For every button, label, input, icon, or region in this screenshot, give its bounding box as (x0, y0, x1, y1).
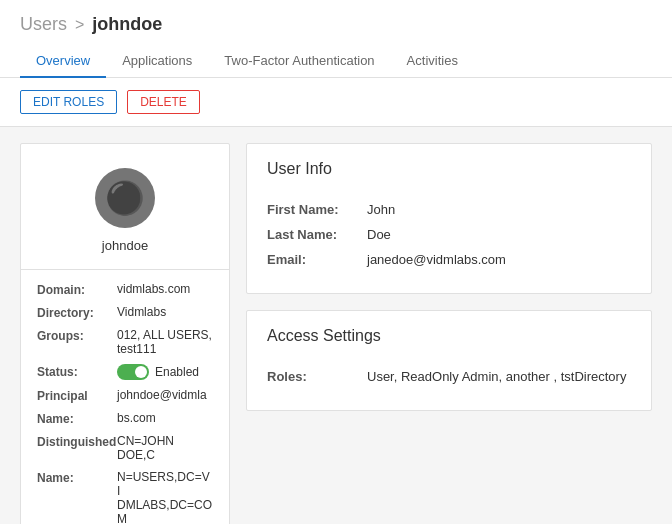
breadcrumb-separator: > (75, 16, 84, 34)
groups-value: 012, ALL USERS, test111 (117, 328, 213, 356)
email-value: janedoe@vidmlabs.com (367, 252, 506, 267)
breadcrumb-current: johndoe (92, 14, 162, 35)
name-label: Name: (37, 411, 117, 426)
principal-row: Principal johndoe@vidmla (37, 388, 213, 403)
toggle-container: Enabled (117, 364, 213, 380)
roles-value: User, ReadOnly Admin, another , tstDirec… (367, 369, 626, 384)
left-panel: ⚫ johndoe Domain: vidmlabs.com Directory… (20, 143, 230, 524)
last-name-label: Last Name: (267, 227, 367, 242)
status-row: Status: Enabled (37, 364, 213, 380)
action-bar: EDIT ROLES DELETE (0, 78, 672, 127)
first-name-value: John (367, 202, 395, 217)
tab-applications[interactable]: Applications (106, 45, 208, 78)
domain-row: Domain: vidmlabs.com (37, 282, 213, 297)
access-settings-title: Access Settings (267, 327, 631, 355)
page-header: Users > johndoe Overview Applications Tw… (0, 0, 672, 78)
tab-overview[interactable]: Overview (20, 45, 106, 78)
delete-button[interactable]: DELETE (127, 90, 200, 114)
principal-value: johndoe@vidmla (117, 388, 213, 402)
name2-value: N=USERS,DC=VI DMLABS,DC=CO M (117, 470, 213, 524)
person-icon: ⚫ (105, 179, 145, 217)
status-toggle[interactable] (117, 364, 149, 380)
toggle-label: Enabled (155, 365, 199, 379)
groups-row: Groups: 012, ALL USERS, test111 (37, 328, 213, 356)
status-value: Enabled (117, 364, 213, 380)
user-info-card: User Info First Name: John Last Name: Do… (246, 143, 652, 294)
edit-roles-button[interactable]: EDIT ROLES (20, 90, 117, 114)
domain-value: vidmlabs.com (117, 282, 213, 296)
distinguished-value: CN=JOHN DOE,C (117, 434, 213, 462)
breadcrumb: Users > johndoe (20, 14, 652, 35)
principal-label: Principal (37, 388, 117, 403)
name-row: Name: bs.com (37, 411, 213, 426)
roles-row: Roles: User, ReadOnly Admin, another , t… (267, 369, 631, 384)
directory-row: Directory: Vidmlabs (37, 305, 213, 320)
domain-label: Domain: (37, 282, 117, 297)
last-name-row: Last Name: Doe (267, 227, 631, 242)
tab-two-factor[interactable]: Two-Factor Authentication (208, 45, 390, 78)
email-row: Email: janedoe@vidmlabs.com (267, 252, 631, 267)
user-info-title: User Info (267, 160, 631, 188)
name-value: bs.com (117, 411, 213, 425)
first-name-row: First Name: John (267, 202, 631, 217)
user-details: Domain: vidmlabs.com Directory: Vidmlabs… (21, 270, 229, 524)
first-name-label: First Name: (267, 202, 367, 217)
right-panel: User Info First Name: John Last Name: Do… (246, 143, 652, 524)
distinguished-row: Distinguished CN=JOHN DOE,C (37, 434, 213, 462)
avatar: ⚫ (95, 168, 155, 228)
profile-username: johndoe (102, 238, 148, 253)
last-name-value: Doe (367, 227, 391, 242)
access-settings-card: Access Settings Roles: User, ReadOnly Ad… (246, 310, 652, 411)
email-label: Email: (267, 252, 367, 267)
directory-label: Directory: (37, 305, 117, 320)
tabs: Overview Applications Two-Factor Authent… (20, 45, 652, 77)
roles-label: Roles: (267, 369, 367, 384)
name2-row: Name: N=USERS,DC=VI DMLABS,DC=CO M (37, 470, 213, 524)
status-label: Status: (37, 364, 117, 379)
tab-activities[interactable]: Activities (391, 45, 474, 78)
distinguished-label: Distinguished (37, 434, 117, 449)
breadcrumb-parent[interactable]: Users (20, 14, 67, 35)
avatar-section: ⚫ johndoe (21, 144, 229, 270)
content-area: ⚫ johndoe Domain: vidmlabs.com Directory… (0, 127, 672, 524)
groups-label: Groups: (37, 328, 117, 343)
directory-value: Vidmlabs (117, 305, 213, 319)
name2-label: Name: (37, 470, 117, 485)
